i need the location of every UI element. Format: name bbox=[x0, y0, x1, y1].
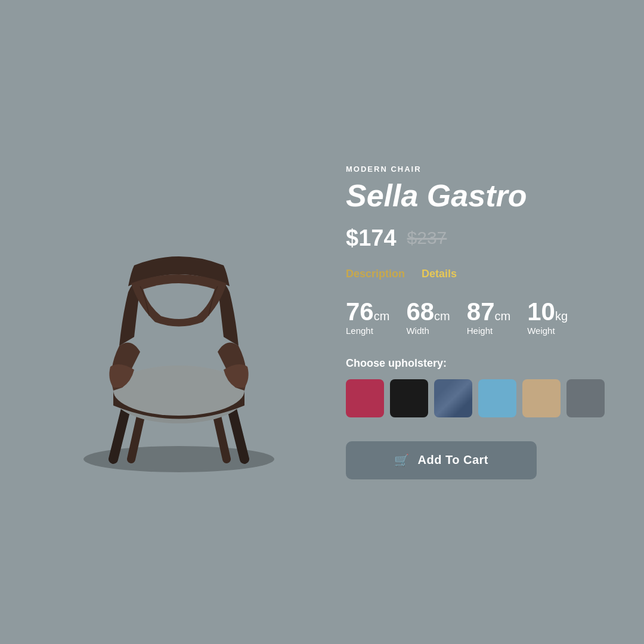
tabs-row: Description Details bbox=[346, 268, 608, 280]
swatch-beige[interactable] bbox=[522, 379, 561, 417]
spec-weight: 10kg Weight bbox=[527, 299, 568, 336]
swatch-black[interactable] bbox=[390, 379, 428, 417]
spec-height: 87cm Height bbox=[467, 299, 510, 336]
spec-length: 76cm Lenght bbox=[346, 299, 389, 336]
spec-weight-value: 10kg bbox=[527, 299, 568, 324]
spec-width: 68cm Width bbox=[406, 299, 450, 336]
spec-length-value: 76cm bbox=[346, 299, 389, 324]
product-category: MODERN CHAIR bbox=[346, 165, 608, 174]
price-current: $174 bbox=[346, 225, 397, 251]
spec-width-value: 68cm bbox=[406, 299, 450, 324]
upholstery-label: Choose upholstery: bbox=[346, 357, 608, 370]
product-page: MODERN CHAIR Sella Gastro $174 $237 Desc… bbox=[0, 0, 644, 644]
swatch-gray[interactable] bbox=[566, 379, 605, 417]
swatch-blue-dark[interactable] bbox=[434, 379, 472, 417]
swatch-blue-light[interactable] bbox=[478, 379, 516, 417]
color-swatches bbox=[346, 379, 608, 417]
tab-description[interactable]: Description bbox=[346, 268, 405, 280]
cart-icon: 🛒 bbox=[394, 453, 410, 467]
specs-row: 76cm Lenght 68cm Width 87cm Height 10kg bbox=[346, 299, 608, 336]
spec-weight-label: Weight bbox=[527, 326, 555, 336]
tab-details[interactable]: Details bbox=[422, 268, 457, 280]
chair-image bbox=[54, 167, 304, 477]
swatch-red[interactable] bbox=[346, 379, 384, 417]
spec-length-label: Lenght bbox=[346, 326, 373, 336]
product-image-section bbox=[36, 167, 322, 477]
add-to-cart-button[interactable]: 🛒 Add To Cart bbox=[346, 441, 537, 479]
price-row: $174 $237 bbox=[346, 225, 608, 251]
spec-height-value: 87cm bbox=[467, 299, 510, 324]
add-to-cart-label: Add To Cart bbox=[418, 453, 488, 467]
product-name: Sella Gastro bbox=[346, 179, 608, 212]
product-info-section: MODERN CHAIR Sella Gastro $174 $237 Desc… bbox=[322, 165, 608, 479]
price-original: $237 bbox=[407, 228, 447, 248]
spec-height-label: Height bbox=[467, 326, 493, 336]
spec-width-label: Width bbox=[406, 326, 429, 336]
